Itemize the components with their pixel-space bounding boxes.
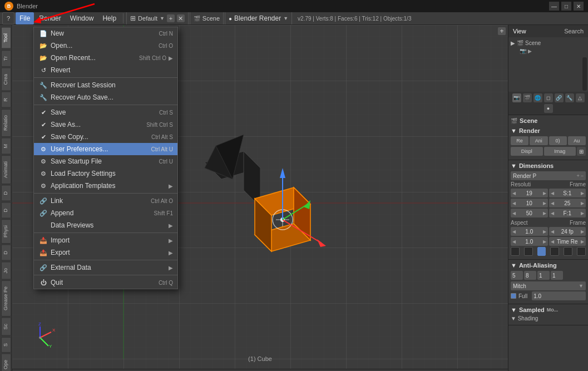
minimize-button[interactable]: — — [549, 2, 559, 11]
full-checkbox[interactable] — [511, 293, 516, 299]
data-prop-icon[interactable]: △ — [576, 93, 585, 102]
fe-arrow-left[interactable]: ◀ — [551, 201, 554, 206]
full-value[interactable]: 1.0 — [532, 291, 586, 300]
menu-revert[interactable]: ↺ Revert — [34, 64, 177, 76]
render-preset-btn[interactable]: Render P + − — [511, 171, 586, 180]
menu-open[interactable]: 📂 Open... Ctrl O — [34, 39, 177, 52]
render-menu-button[interactable]: Render — [35, 12, 65, 24]
res-y-arrow-right[interactable]: ▶ — [543, 201, 546, 206]
layout-expand[interactable]: ▼ — [160, 16, 165, 21]
sidebar-tab-m[interactable]: M — [1, 138, 11, 155]
sidebar-tab-d2[interactable]: D — [1, 202, 11, 219]
render-engine-selector[interactable]: ● Blender Render ▼ — [225, 12, 292, 24]
res-x-field[interactable]: ◀ 19 ▶ — [511, 189, 548, 197]
fs-arrow-right[interactable]: ▶ — [581, 191, 584, 196]
scene-tree-item[interactable]: ▶ 🎬 Scene — [511, 39, 586, 47]
help-menu-button[interactable]: Help — [98, 12, 120, 24]
menu-link[interactable]: 🔗 Link Ctrl Alt O — [34, 195, 177, 207]
menu-save[interactable]: ✔ Save Ctrl S — [34, 106, 177, 118]
object-prop-icon[interactable]: ◻ — [544, 93, 553, 102]
preset-remove[interactable]: − — [581, 173, 584, 179]
fr-arrow-left[interactable]: ◀ — [551, 229, 554, 234]
aspect-x-field[interactable]: ◀ 1.0 ▶ — [511, 227, 548, 236]
sidebar-tab-tool[interactable]: Tool — [1, 27, 11, 49]
menu-save-startup[interactable]: ⚙ Save Startup File Ctrl U — [34, 155, 177, 167]
sidebar-tab-sc[interactable]: Sc — [1, 318, 11, 336]
disp-tab[interactable]: Displ — [511, 147, 543, 156]
sidebar-tab-d1[interactable]: D — [1, 185, 11, 201]
aa-val2[interactable]: 8 — [524, 271, 536, 280]
checkbox-1[interactable] — [511, 247, 520, 256]
mitch-btn[interactable]: Mitch ▼ — [511, 281, 586, 290]
render-tab-0[interactable]: 0) — [549, 136, 567, 145]
pct-arrow-left[interactable]: ◀ — [512, 211, 516, 216]
frame-step-field[interactable]: ◀ F:1 ▶ — [549, 209, 586, 217]
maximize-button[interactable]: □ — [561, 2, 571, 11]
menu-export[interactable]: 📤 Export ▶ — [34, 246, 177, 259]
frame-start-field[interactable]: ◀ S:1 ▶ — [549, 189, 586, 197]
menu-save-as[interactable]: ✔ Save As... Shift Ctrl S — [34, 118, 177, 131]
material-prop-icon[interactable]: ● — [544, 104, 553, 113]
ax-arrow-right[interactable]: ▶ — [543, 229, 546, 234]
help-icon[interactable]: ? — [2, 12, 14, 24]
menu-save-copy[interactable]: ✔ Save Copy... Ctrl Alt S — [34, 131, 177, 143]
sidebar-tab-physi[interactable]: Physi — [1, 219, 11, 244]
modifier-prop-icon[interactable]: 🔧 — [565, 93, 574, 102]
ay-arrow-left[interactable]: ◀ — [512, 239, 516, 244]
world-prop-icon[interactable]: 🌐 — [533, 93, 542, 102]
sidebar-tab-d3[interactable]: D — [1, 245, 11, 261]
aa-val1[interactable]: 5 — [511, 271, 523, 280]
menu-new[interactable]: 📄 New Ctrl N — [34, 27, 177, 39]
checkbox-6[interactable] — [577, 247, 586, 256]
menu-user-prefs[interactable]: ⚙ User Preferences... Ctrl Alt U — [34, 143, 177, 155]
sidebar-tab-grease[interactable]: Grease Pe — [1, 280, 11, 316]
view-tab[interactable]: View — [511, 27, 528, 36]
sidebar-tab-crea[interactable]: Crea — [1, 68, 11, 91]
res-x-arrow-left[interactable]: ◀ — [512, 191, 516, 196]
constraint-prop-icon[interactable]: 🔗 — [555, 93, 564, 102]
aa-val4[interactable]: 1 — [551, 271, 563, 280]
fr-arrow-right[interactable]: ▶ — [581, 229, 584, 234]
fe-arrow-right[interactable]: ▶ — [581, 201, 584, 206]
ay-arrow-right[interactable]: ▶ — [543, 239, 546, 244]
menu-app-templates[interactable]: ⚙ Application Templates ▶ — [34, 180, 177, 192]
menu-recover-auto[interactable]: 🔧 Recover Auto Save... — [34, 91, 177, 103]
res-x-arrow-right[interactable]: ▶ — [543, 191, 546, 196]
output-icon-btn[interactable]: ⊞ — [577, 147, 586, 156]
menu-data-previews[interactable]: Data Previews ▶ — [34, 219, 177, 231]
frame-rate-field[interactable]: ◀ 24 fp ▶ — [549, 227, 586, 236]
checkbox-3[interactable] — [537, 247, 546, 256]
checkbox-5[interactable] — [564, 247, 572, 256]
sidebar-tab-tr[interactable]: Tr — [1, 50, 11, 67]
viewport-plus-button[interactable]: + — [498, 27, 506, 35]
menu-quit[interactable]: ⏻ Quit Ctrl Q — [34, 276, 177, 289]
menu-append[interactable]: 🔗 Append Shift F1 — [34, 207, 177, 219]
file-menu-button[interactable]: File — [16, 12, 34, 24]
pct-arrow-right[interactable]: ▶ — [543, 211, 546, 216]
aspect-y-field[interactable]: ◀ 1.0 ▶ — [511, 237, 548, 246]
menu-external-data[interactable]: 🔗 External Data ▶ — [34, 261, 177, 274]
render-tab-au[interactable]: Au — [568, 136, 586, 145]
fs-arrow-left[interactable]: ◀ — [551, 191, 554, 196]
tr-arrow-left[interactable]: ◀ — [551, 239, 554, 244]
render-prop-icon[interactable]: 📷 — [512, 93, 521, 102]
window-menu-button[interactable]: Window — [66, 12, 98, 24]
menu-import[interactable]: 📥 Import ▶ — [34, 234, 177, 246]
checkbox-2[interactable] — [524, 247, 533, 256]
layout-remove[interactable]: ✕ — [177, 14, 185, 22]
res-pct-field[interactable]: ◀ 50 ▶ — [511, 209, 548, 217]
menu-recover-last[interactable]: 🔧 Recover Last Session — [34, 79, 177, 91]
scene-prop-icon[interactable]: 🎬 — [523, 93, 532, 102]
preset-add[interactable]: + — [576, 173, 579, 179]
step-arrow-right[interactable]: ▶ — [581, 211, 584, 216]
camera-item[interactable]: 📷 ▶ — [511, 47, 586, 55]
search-tab[interactable]: Search — [562, 27, 586, 36]
ax-arrow-left[interactable]: ◀ — [512, 229, 516, 234]
res-y-field[interactable]: ◀ 10 ▶ — [511, 199, 548, 207]
res-y-arrow-left[interactable]: ◀ — [512, 201, 516, 206]
sidebar-tab-animati[interactable]: Animati — [1, 155, 11, 184]
sidebar-tab-ope[interactable]: ▼ Ope — [1, 354, 11, 371]
menu-open-recent[interactable]: 📂 Open Recent... Shift Ctrl O ▶ — [34, 52, 177, 64]
tr-arrow-right[interactable]: ▶ — [581, 239, 584, 244]
aa-val3[interactable]: 1 — [537, 271, 550, 280]
